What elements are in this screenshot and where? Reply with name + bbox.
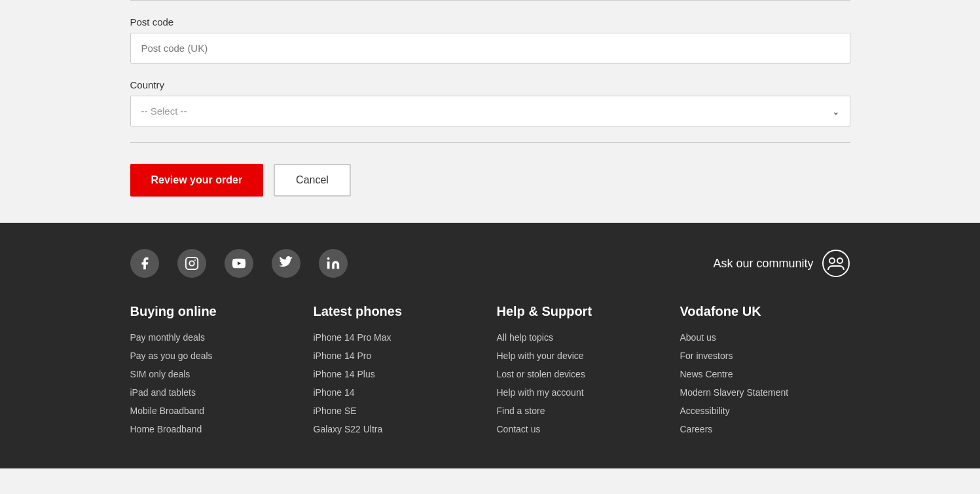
footer-top: Ask our community: [130, 249, 850, 278]
svg-point-1: [189, 261, 194, 265]
link-careers[interactable]: Careers: [680, 424, 850, 434]
main-content: Post code Country -- Select -- United Ki…: [0, 0, 980, 223]
link-modern-slavery[interactable]: Modern Slavery Statement: [680, 387, 850, 398]
country-select[interactable]: -- Select -- United Kingdom United State…: [130, 96, 850, 126]
link-pay-as-you-go[interactable]: Pay as you go deals: [130, 351, 300, 361]
social-icons: [130, 249, 348, 278]
instagram-icon[interactable]: [177, 249, 206, 278]
footer-col-help: Help & Support All help topics Help with…: [497, 304, 667, 442]
country-select-wrapper: -- Select -- United Kingdom United State…: [130, 96, 850, 126]
footer-inner: Ask our community Buying online Pay mont…: [117, 249, 863, 468]
country-label: Country: [130, 79, 850, 90]
divider-bottom: [130, 142, 850, 143]
link-home-broadband[interactable]: Home Broadband: [130, 424, 300, 434]
svg-rect-4: [327, 261, 329, 269]
postcode-group: Post code: [130, 16, 850, 64]
link-iphone14plus[interactable]: iPhone 14 Plus: [314, 369, 484, 379]
divider-top: [130, 0, 850, 1]
svg-point-6: [823, 250, 849, 276]
community-link[interactable]: Ask our community: [713, 249, 850, 278]
cancel-button[interactable]: Cancel: [274, 164, 351, 197]
svg-point-5: [327, 257, 329, 260]
link-iphone14promax[interactable]: iPhone 14 Pro Max: [314, 332, 484, 343]
facebook-icon[interactable]: [130, 249, 159, 278]
youtube-icon[interactable]: [225, 249, 253, 278]
linkedin-icon[interactable]: [319, 249, 348, 278]
link-help-device[interactable]: Help with your device: [497, 351, 667, 361]
footer-col-vodafone: Vodafone UK About us For investors News …: [680, 304, 850, 442]
link-iphonese[interactable]: iPhone SE: [314, 406, 484, 416]
twitter-icon[interactable]: [272, 249, 300, 278]
footer-col-phones: Latest phones iPhone 14 Pro Max iPhone 1…: [314, 304, 484, 442]
link-mobile-broadband[interactable]: Mobile Broadband: [130, 406, 300, 416]
link-news-centre[interactable]: News Centre: [680, 369, 850, 379]
svg-point-8: [837, 258, 843, 263]
vodafone-uk-title: Vodafone UK: [680, 304, 850, 319]
button-row: Review your order Cancel: [130, 164, 850, 197]
footer-col-buying: Buying online Pay monthly deals Pay as y…: [130, 304, 300, 442]
latest-phones-title: Latest phones: [314, 304, 484, 319]
link-lost-stolen[interactable]: Lost or stolen devices: [497, 369, 667, 379]
link-pay-monthly[interactable]: Pay monthly deals: [130, 332, 300, 343]
link-find-store[interactable]: Find a store: [497, 406, 667, 416]
footer-columns: Buying online Pay monthly deals Pay as y…: [130, 304, 850, 468]
link-all-help[interactable]: All help topics: [497, 332, 667, 343]
footer: Ask our community Buying online Pay mont…: [0, 223, 980, 468]
svg-point-2: [194, 259, 196, 261]
link-investors[interactable]: For investors: [680, 351, 850, 361]
link-galaxys22ultra[interactable]: Galaxy S22 Ultra: [314, 424, 484, 434]
link-about-us[interactable]: About us: [680, 332, 850, 343]
form-container: Post code Country -- Select -- United Ki…: [117, 0, 863, 197]
link-contact-us[interactable]: Contact us: [497, 424, 667, 434]
buying-online-title: Buying online: [130, 304, 300, 319]
link-ipad-tablets[interactable]: iPad and tablets: [130, 387, 300, 398]
link-help-account[interactable]: Help with my account: [497, 387, 667, 398]
link-accessibility[interactable]: Accessibility: [680, 406, 850, 416]
review-order-button[interactable]: Review your order: [130, 164, 264, 197]
postcode-input[interactable]: [130, 33, 850, 64]
help-support-title: Help & Support: [497, 304, 667, 319]
postcode-label: Post code: [130, 16, 850, 28]
svg-rect-0: [185, 257, 197, 269]
community-label: Ask our community: [713, 257, 813, 271]
country-group: Country -- Select -- United Kingdom Unit…: [130, 79, 850, 126]
link-sim-only[interactable]: SIM only deals: [130, 369, 300, 379]
svg-point-7: [829, 258, 835, 263]
link-iphone14pro[interactable]: iPhone 14 Pro: [314, 351, 484, 361]
link-iphone14[interactable]: iPhone 14: [314, 387, 484, 398]
community-icon: [822, 249, 850, 278]
